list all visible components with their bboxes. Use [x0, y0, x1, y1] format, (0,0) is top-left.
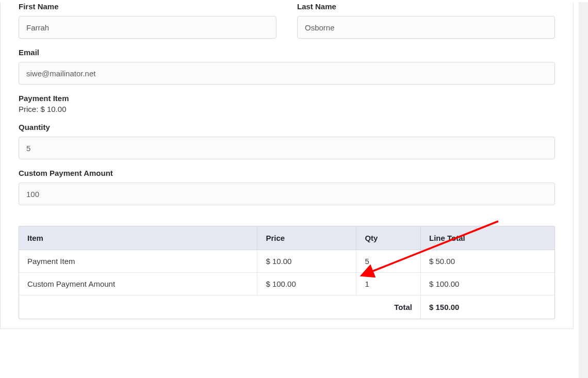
- first-name-label: First Name: [19, 2, 276, 11]
- table-row: Payment Item $ 10.00 5 $ 50.00: [19, 250, 554, 273]
- custom-amount-input[interactable]: [19, 183, 555, 205]
- form-panel: First Name Last Name Email Payment Item …: [0, 2, 574, 329]
- col-header-item: Item: [19, 226, 257, 250]
- total-label: Total: [19, 295, 420, 319]
- custom-amount-group: Custom Payment Amount: [19, 169, 555, 205]
- last-name-group: Last Name: [297, 2, 555, 39]
- col-header-qty: Qty: [356, 226, 421, 250]
- cell-qty: 5: [356, 250, 421, 273]
- cell-price: $ 10.00: [257, 250, 356, 273]
- email-input[interactable]: [19, 62, 555, 85]
- cell-item: Payment Item: [19, 250, 257, 273]
- email-label: Email: [19, 48, 555, 57]
- email-group: Email: [19, 48, 555, 85]
- total-value: $ 150.00: [420, 295, 554, 319]
- custom-amount-label: Custom Payment Amount: [19, 169, 555, 177]
- first-name-input[interactable]: [19, 16, 276, 39]
- scrollbar-track[interactable]: [579, 2, 588, 378]
- quantity-label: Quantity: [19, 123, 555, 132]
- payment-item-group: Payment Item: [19, 94, 555, 103]
- cell-item: Custom Payment Amount: [19, 273, 257, 295]
- col-header-price: Price: [257, 226, 356, 250]
- last-name-label: Last Name: [297, 2, 555, 11]
- summary-table-container: Item Price Qty Line Total Payment Item $…: [19, 226, 555, 319]
- cell-line-total: $ 100.00: [420, 273, 554, 295]
- last-name-input[interactable]: [297, 16, 555, 39]
- cell-line-total: $ 50.00: [420, 250, 554, 273]
- cell-price: $ 100.00: [257, 273, 356, 295]
- quantity-group: Quantity: [19, 123, 555, 159]
- quantity-input[interactable]: [19, 137, 555, 159]
- payment-item-price: Price: $ 10.00: [19, 105, 555, 113]
- table-row: Custom Payment Amount $ 100.00 1 $ 100.0…: [19, 273, 554, 295]
- summary-table: Item Price Qty Line Total Payment Item $…: [19, 226, 554, 319]
- total-row: Total $ 150.00: [19, 295, 554, 319]
- col-header-line-total: Line Total: [420, 226, 554, 250]
- cell-qty: 1: [356, 273, 421, 295]
- table-header-row: Item Price Qty Line Total: [19, 226, 554, 250]
- first-name-group: First Name: [19, 2, 276, 39]
- payment-item-label: Payment Item: [19, 94, 555, 103]
